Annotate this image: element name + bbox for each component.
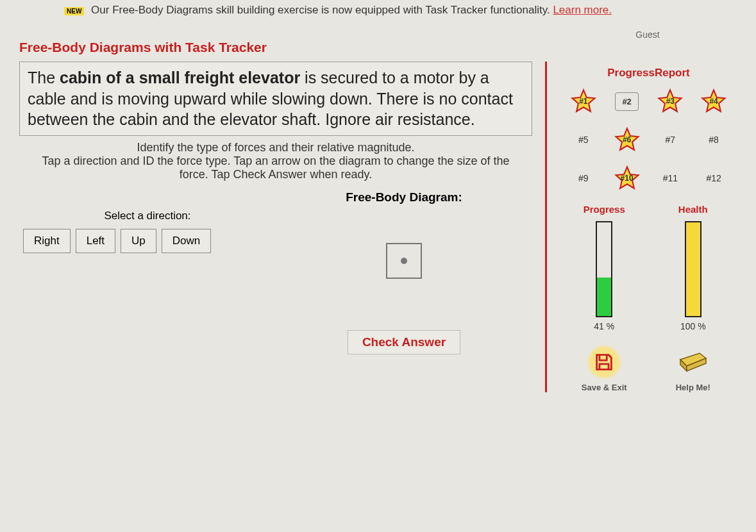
progress-item-label: #8 (709, 135, 719, 145)
page-title: Free-Body Diagrams with Task Tracker (0, 21, 756, 62)
progress-item[interactable]: #9 (568, 165, 599, 191)
sidebar: Guest ProgressReport #1#2#3#4#5#6#7#8#9#… (545, 62, 737, 392)
progress-item[interactable]: #11 (655, 165, 685, 191)
progress-report-title: ProgressReport (560, 67, 737, 79)
progress-item-label: #12 (706, 173, 721, 183)
health-bar (685, 221, 701, 317)
health-meter-title: Health (658, 204, 728, 215)
help-me-label: Help Me! (658, 383, 728, 392)
direction-left-button[interactable]: Left (76, 229, 115, 253)
progress-bar-fill (597, 278, 611, 316)
fbd-object-dot (401, 258, 407, 264)
progress-item[interactable]: #4 (698, 88, 729, 114)
instructions-line2: Tap a direction and ID the force type. T… (32, 154, 519, 181)
progress-item[interactable]: #2 (612, 88, 643, 114)
progress-item[interactable]: #10 (612, 165, 643, 191)
health-value: 100 % (658, 321, 728, 331)
health-bar-fill (686, 222, 700, 316)
progress-meter-title: Progress (569, 204, 639, 215)
direction-down-button[interactable]: Down (162, 229, 211, 253)
help-me-button[interactable]: Help Me! (658, 344, 728, 392)
check-answer-button[interactable]: Check Answer (348, 330, 460, 354)
progress-meter: Progress 41 % (569, 204, 639, 331)
progress-item[interactable]: #3 (655, 88, 685, 114)
progress-report-grid: #1#2#3#4#5#6#7#8#9#10#11#12 (560, 88, 737, 201)
progress-bar (596, 221, 612, 317)
fbd-canvas[interactable] (386, 243, 422, 279)
announcement-banner: NEW Our Free-Body Diagrams skill buildin… (0, 0, 756, 21)
problem-statement: The cabin of a small freight elevator is… (19, 62, 532, 136)
progress-item[interactable]: #8 (698, 127, 729, 153)
progress-item-label: #7 (666, 135, 676, 145)
progress-value: 41 % (569, 321, 639, 331)
save-exit-button[interactable]: Save & Exit (569, 344, 639, 392)
save-icon (586, 344, 622, 380)
book-icon (675, 344, 711, 380)
problem-bold: cabin of a small freight elevator (60, 69, 300, 87)
instructions-line1: Identify the type of forces and their re… (32, 141, 519, 154)
instructions: Identify the type of forces and their re… (19, 141, 532, 181)
progress-item-label: #9 (578, 173, 589, 183)
progress-item-current: #2 (615, 92, 638, 111)
save-exit-label: Save & Exit (569, 383, 639, 392)
progress-item-label: #3 (666, 97, 675, 106)
progress-item-label: #10 (621, 174, 634, 183)
progress-item[interactable]: #12 (698, 165, 729, 191)
progress-item[interactable]: #5 (568, 127, 599, 153)
user-label: Guest (584, 29, 712, 40)
progress-item-label: #11 (663, 173, 678, 183)
progress-item-label: #4 (709, 97, 718, 106)
learn-more-link[interactable]: Learn more. (553, 4, 612, 16)
direction-buttons: Right Left Up Down (19, 229, 276, 253)
direction-right-button[interactable]: Right (23, 229, 71, 253)
progress-item[interactable]: #1 (568, 88, 599, 114)
main-panel: The cabin of a small freight elevator is… (0, 62, 532, 392)
direction-up-button[interactable]: Up (121, 229, 156, 253)
health-meter: Health 100 % (658, 204, 728, 331)
problem-pre: The (28, 69, 60, 87)
new-badge: NEW (64, 7, 84, 15)
select-direction-label: Select a direction: (19, 210, 276, 222)
progress-item[interactable]: #6 (612, 127, 643, 153)
progress-item-label: #1 (579, 97, 587, 106)
fbd-title: Free-Body Diagram: (276, 190, 532, 204)
progress-item-label: #5 (578, 135, 589, 145)
progress-item[interactable]: #7 (655, 127, 685, 153)
progress-item-label: #6 (623, 135, 631, 144)
banner-text: Our Free-Body Diagrams skill building ex… (91, 4, 550, 16)
